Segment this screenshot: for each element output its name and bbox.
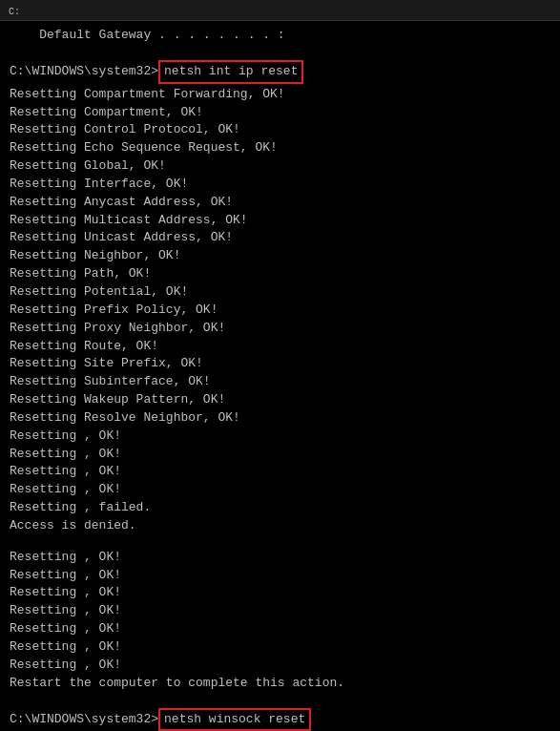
output-line: Resetting Resolve Neighbor, OK! <box>10 409 550 428</box>
output-line: Resetting Unicast Address, OK! <box>10 229 550 247</box>
output-line: Resetting Compartment Forwarding, OK! <box>10 86 550 104</box>
output-line: Resetting Proxy Neighbor, OK! <box>10 320 550 338</box>
blank-line <box>10 535 550 549</box>
blank-line <box>10 45 550 58</box>
prompt-text: C:\WINDOWS\system32> <box>10 711 158 729</box>
output-line: Access is denied. <box>10 517 550 535</box>
cmd-icon: C: <box>8 4 21 17</box>
terminal-body: Default Gateway . . . . . . . . :C:\WIND… <box>0 21 560 731</box>
prompt-text: C:\WINDOWS\system32> <box>10 63 158 81</box>
output-line: Resetting Path, OK! <box>10 265 550 283</box>
output-line: Resetting Echo Sequence Request, OK! <box>10 139 550 157</box>
output-line: Resetting , OK! <box>10 549 550 567</box>
output-line: Resetting Interface, OK! <box>10 176 550 194</box>
command-line: C:\WINDOWS\system32>netsh int ip reset <box>10 60 550 84</box>
output-line: Default Gateway . . . . . . . . : <box>10 27 550 45</box>
output-line: Resetting , OK! <box>10 638 550 657</box>
output-line: Resetting , OK! <box>10 428 550 446</box>
output-line: Resetting Site Prefix, OK! <box>10 355 550 373</box>
command-highlighted: netsh int ip reset <box>158 60 303 84</box>
output-line: Resetting Anycast Address, OK! <box>10 194 550 212</box>
output-line: Resetting Subinterface, OK! <box>10 373 550 391</box>
blank-line <box>10 693 550 706</box>
output-line: Resetting , OK! <box>10 463 550 481</box>
output-line: Resetting Multicast Address, OK! <box>10 212 550 230</box>
output-line: Resetting , OK! <box>10 620 550 638</box>
output-line: Resetting , OK! <box>10 602 550 620</box>
output-line: Resetting Route, OK! <box>10 338 550 356</box>
command-line: C:\WINDOWS\system32>netsh winsock reset <box>10 708 550 731</box>
output-line: Restart the computer to complete this ac… <box>10 675 550 693</box>
output-line: Resetting , OK! <box>10 657 550 675</box>
output-line: Resetting Prefix Policy, OK! <box>10 302 550 320</box>
output-line: Resetting Compartment, OK! <box>10 104 550 122</box>
output-line: Resetting Wakeup Pattern, OK! <box>10 391 550 409</box>
output-line: Resetting Global, OK! <box>10 157 550 176</box>
output-line: Resetting Neighbor, OK! <box>10 247 550 265</box>
output-line: Resetting , OK! <box>10 567 550 585</box>
output-line: Resetting , OK! <box>10 446 550 464</box>
output-line: Resetting , failed. <box>10 499 550 517</box>
output-line: Resetting , OK! <box>10 481 550 499</box>
output-line: Resetting , OK! <box>10 584 550 602</box>
title-bar: C: <box>0 0 560 21</box>
svg-text:C:: C: <box>9 7 20 17</box>
output-line: Resetting Potential, OK! <box>10 283 550 302</box>
command-highlighted: netsh winsock reset <box>158 708 311 731</box>
output-line: Resetting Control Protocol, OK! <box>10 121 550 139</box>
